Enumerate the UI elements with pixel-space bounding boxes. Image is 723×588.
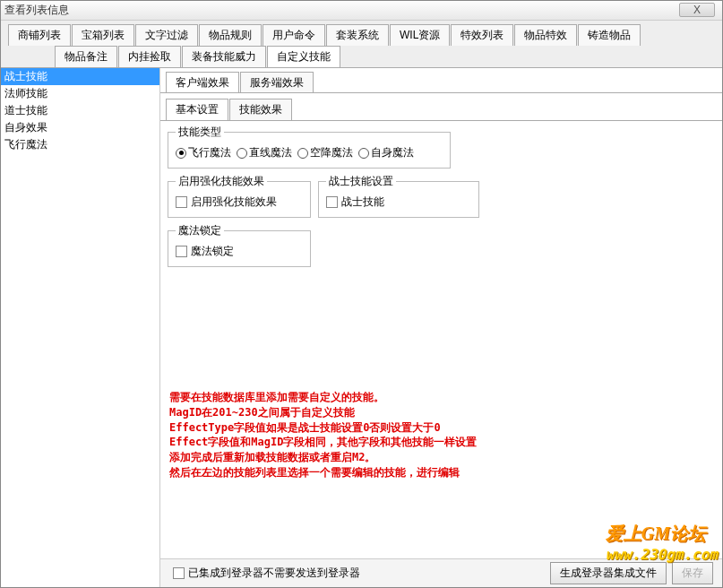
titlebar: 查看列表信息 X [1, 1, 722, 21]
tab-basic-setting[interactable]: 基本设置 [166, 99, 228, 120]
window: 查看列表信息 X 商铺列表 宝箱列表 文字过滤 物品规则 用户命令 套装系统 W… [0, 0, 723, 588]
window-title: 查看列表信息 [4, 3, 69, 18]
sidebar-item-self-effect[interactable]: 自身效果 [1, 119, 159, 136]
footer-bar: 已集成到登录器不需要发送到登录器 生成登录器集成文件 保存 [160, 558, 722, 587]
radio-icon [176, 148, 186, 159]
radio-fly-magic[interactable]: 飞行魔法 [176, 145, 231, 160]
tab-wil-res[interactable]: WIL资源 [390, 24, 450, 46]
lock-checkbox[interactable]: 魔法锁定 [176, 244, 303, 259]
enhance-checkbox[interactable]: 启用强化技能效果 [176, 195, 303, 210]
radio-self-magic[interactable]: 自身魔法 [358, 145, 414, 160]
enhance-legend: 启用强化技能效果 [176, 174, 267, 189]
sidebar-item-taoist-skill[interactable]: 道士技能 [1, 102, 159, 119]
skill-type-legend: 技能类型 [176, 125, 224, 140]
radio-icon [237, 148, 247, 159]
radio-drop-magic[interactable]: 空降魔法 [297, 145, 353, 160]
instruction-text: 需要在技能数据库里添加需要自定义的技能。 MagID在201~230之间属于自定… [169, 390, 477, 480]
main-panel: 客户端效果 服务端效果 基本设置 技能效果 技能类型 飞行魔法 直线魔法 空降魔… [160, 68, 722, 587]
checkbox-icon [176, 196, 187, 208]
tab-user-cmd[interactable]: 用户命令 [263, 24, 325, 46]
save-button[interactable]: 保存 [672, 562, 713, 584]
radio-icon [358, 148, 369, 159]
skill-type-group: 技能类型 飞行魔法 直线魔法 空降魔法 自身魔法 [168, 125, 451, 169]
tab-client-effect[interactable]: 客户端效果 [166, 72, 239, 93]
client-server-tabs: 客户端效果 服务端效果 [160, 68, 722, 93]
checkbox-icon [326, 196, 338, 208]
tab-skill-effect[interactable]: 技能效果 [229, 99, 292, 120]
tab-equip-skill-power[interactable]: 装备技能威力 [182, 46, 266, 67]
close-icon: X [693, 4, 701, 16]
radio-icon [297, 148, 308, 159]
tab-custom-skill[interactable]: 自定义技能 [267, 46, 340, 67]
sidebar-item-mage-skill[interactable]: 法师技能 [1, 85, 159, 102]
sidebar-item-warrior-skill[interactable]: 战士技能 [1, 68, 159, 85]
client-effect-panel: 基本设置 技能效果 技能类型 飞行魔法 直线魔法 空降魔法 自身魔法 [160, 92, 722, 558]
tab-item-rule[interactable]: 物品规则 [199, 24, 262, 46]
setting-tabs: 基本设置 技能效果 [160, 93, 722, 120]
generate-login-file-button[interactable]: 生成登录器集成文件 [550, 562, 667, 584]
top-tab-row-2: 物品备注 内挂捡取 装备技能威力 自定义技能 [1, 46, 722, 67]
content-area: 战士技能 法师技能 道士技能 自身效果 飞行魔法 客户端效果 服务端效果 基本设… [1, 67, 722, 587]
tab-item-effect[interactable]: 物品特效 [514, 24, 577, 46]
top-tab-row-1: 商铺列表 宝箱列表 文字过滤 物品规则 用户命令 套装系统 WIL资源 特效列表… [1, 21, 722, 46]
warrior-legend: 战士技能设置 [326, 174, 396, 189]
tab-text-filter[interactable]: 文字过滤 [135, 24, 198, 46]
tab-forge-item[interactable]: 铸造物品 [578, 24, 641, 46]
sidebar-item-fly-magic[interactable]: 飞行魔法 [1, 136, 159, 153]
enhance-group: 启用强化技能效果 启用强化技能效果 [168, 174, 311, 218]
tab-suit-system[interactable]: 套装系统 [326, 24, 389, 46]
lock-legend: 魔法锁定 [176, 223, 224, 238]
radio-line-magic[interactable]: 直线魔法 [237, 145, 292, 160]
tab-effect-list[interactable]: 特效列表 [451, 24, 513, 46]
checkbox-icon [176, 246, 187, 257]
tab-auto-pickup[interactable]: 内挂捡取 [118, 46, 181, 67]
tab-item-note[interactable]: 物品备注 [55, 46, 117, 67]
checkbox-icon [173, 567, 185, 579]
lock-group: 魔法锁定 魔法锁定 [168, 223, 311, 267]
warrior-group: 战士技能设置 战士技能 [318, 174, 479, 218]
tab-box-list[interactable]: 宝箱列表 [72, 24, 134, 46]
integrated-checkbox[interactable]: 已集成到登录器不需要发送到登录器 [173, 566, 360, 581]
skill-list-sidebar[interactable]: 战士技能 法师技能 道士技能 自身效果 飞行魔法 [1, 68, 160, 587]
tab-server-effect[interactable]: 服务端效果 [240, 72, 314, 93]
warrior-checkbox[interactable]: 战士技能 [326, 195, 471, 210]
tab-shop-list[interactable]: 商铺列表 [8, 24, 71, 46]
basic-setting-body: 技能类型 飞行魔法 直线魔法 空降魔法 自身魔法 启用强化技能效果 启用强化技能… [160, 120, 722, 276]
close-button[interactable]: X [679, 3, 715, 17]
